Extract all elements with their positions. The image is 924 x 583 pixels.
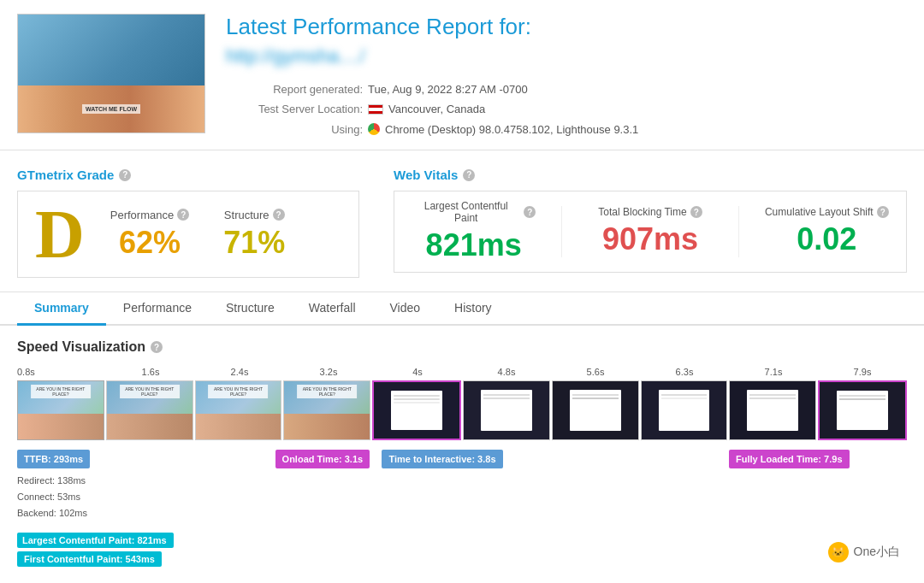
cls-value: 0.02 [797, 221, 856, 257]
filmstrip: ARE YOU IN THE RIGHT PLACE? ARE YOU IN T… [17, 380, 907, 440]
vitals-divider-1 [561, 206, 562, 257]
lcp-value: 821ms [426, 227, 522, 263]
watermark-icon: 🐱 [828, 542, 849, 562]
server-location: Vancouver, Canada [388, 99, 485, 119]
cls-metric: Cumulative Layout Shift ? 0.02 [765, 206, 889, 257]
tab-structure[interactable]: Structure [209, 292, 292, 326]
tbt-metric: Total Blocking Time ? 907ms [588, 206, 712, 257]
frame-10 [818, 380, 907, 440]
connect-detail: Connect: 53ms [17, 489, 907, 505]
ruler-5: 4.8s [462, 367, 551, 377]
page-title: Latest Performance Report for: [226, 14, 907, 40]
speed-viz-title: Speed Visualization ? [17, 339, 907, 355]
frame-7 [552, 380, 639, 440]
lcp-badge: Largest Contentful Paint: 821ms [17, 533, 174, 548]
content-section: Speed Visualization ? 0.8s 1.6s 2.4s 3.2… [0, 326, 924, 580]
tab-video[interactable]: Video [373, 292, 438, 326]
site-screenshot: WATCH ME FLOW ARE YOU IN THE RIGHT PLACE… [17, 14, 205, 133]
ruler-4: 4s [373, 367, 462, 377]
vitals-box: Largest Contentful Paint ? 821ms Total B… [394, 191, 907, 273]
tab-history[interactable]: History [437, 292, 509, 326]
tbt-label: Total Blocking Time ? [598, 206, 702, 218]
web-vitals-help-icon[interactable]: ? [463, 169, 475, 181]
frame-2: ARE YOU IN THE RIGHT PLACE? [106, 380, 193, 440]
lcp-help-icon[interactable]: ? [524, 206, 536, 218]
web-vitals-title: Web Vitals ? [394, 168, 907, 182]
grade-letter: D [35, 200, 85, 268]
lcp-label: Largest Contentful Paint ? [412, 200, 536, 224]
gtmetrix-title: GTmetrix Grade ? [17, 168, 359, 182]
ruler-8: 7.1s [729, 367, 818, 377]
ttfb-badge: TTFB: 293ms [17, 450, 90, 468]
performance-label: Performance ? [110, 209, 189, 221]
tbt-help-icon[interactable]: ? [690, 206, 702, 218]
timing-details: Redirect: 138ms Connect: 53ms Backend: 1… [17, 473, 907, 521]
meta-info: Report generated: Tue, Aug 9, 2022 8:27 … [226, 80, 907, 139]
tab-waterfall[interactable]: Waterfall [292, 292, 373, 326]
interactive-badge: Time to Interactive: 3.8s [382, 450, 502, 468]
gtmetrix-grade: GTmetrix Grade ? D Performance ? 62% Str… [17, 168, 359, 278]
ruler-7: 6.3s [640, 367, 729, 377]
backend-detail: Backend: 102ms [17, 505, 907, 521]
frame-4: ARE YOU IN THE RIGHT PLACE? [283, 380, 370, 440]
vitals-divider-2 [738, 206, 739, 257]
frame-9 [729, 380, 816, 440]
ruler-0: 0.8s [17, 367, 106, 377]
header-section: WATCH ME FLOW ARE YOU IN THE RIGHT PLACE… [0, 0, 924, 150]
using-label: Using: [226, 120, 363, 139]
tbt-value: 907ms [602, 221, 698, 257]
watermark: 🐱 One小白 [821, 539, 907, 566]
cls-help-icon[interactable]: ? [877, 206, 889, 218]
web-vitals: Web Vitals ? Largest Contentful Paint ? … [394, 168, 907, 278]
chrome-icon [368, 123, 380, 135]
cls-label: Cumulative Layout Shift ? [765, 206, 889, 218]
speed-viz-area: 0.8s 1.6s 2.4s 3.2s 4s 4.8s 5.6s 6.3s 7.… [17, 367, 907, 567]
redirect-detail: Redirect: 138ms [17, 473, 907, 489]
report-date: Tue, Aug 9, 2022 8:27 AM -0700 [368, 80, 528, 99]
report-label: Report generated: [226, 80, 363, 99]
flag-icon [368, 104, 383, 115]
structure-help-icon[interactable]: ? [273, 209, 285, 221]
loaded-badge: Fully Loaded Time: 7.9s [729, 450, 850, 468]
using-value: Chrome (Desktop) 98.0.4758.102, Lighthou… [385, 120, 638, 139]
performance-help-icon[interactable]: ? [177, 209, 189, 221]
paint-markers: First Contentful Paint: 543ms Largest Co… [17, 527, 907, 567]
frame-3: ARE YOU IN THE RIGHT PLACE? [195, 380, 282, 440]
grade-box: D Performance ? 62% Structure ? 71% [17, 191, 359, 278]
header-info: Latest Performance Report for: http://gy… [205, 14, 907, 139]
lcp-metric: Largest Contentful Paint ? 821ms [412, 200, 536, 263]
onload-badge: Onload Time: 3.1s [275, 450, 370, 468]
server-label: Test Server Location: [226, 99, 363, 119]
frame-1: ARE YOU IN THE RIGHT PLACE? [17, 380, 104, 440]
ruler-9: 7.9s [818, 367, 907, 377]
timeline-ruler: 0.8s 1.6s 2.4s 3.2s 4s 4.8s 5.6s 6.3s 7.… [17, 367, 907, 377]
site-url: http://gymsha..../ [226, 45, 907, 68]
frame-8 [641, 380, 728, 440]
frame-6 [463, 380, 550, 440]
gtmetrix-help-icon[interactable]: ? [119, 169, 131, 181]
performance-value: 62% [119, 225, 181, 261]
tabs-section: Summary Performance Structure Waterfall … [0, 292, 924, 326]
structure-label: Structure ? [224, 209, 285, 221]
structure-metric: Structure ? 71% [223, 209, 285, 261]
tab-performance[interactable]: Performance [106, 292, 209, 326]
ruler-6: 5.6s [551, 367, 640, 377]
ruler-2: 2.4s [195, 367, 284, 377]
watermark-text: One小白 [854, 545, 900, 560]
frame-5 [372, 380, 461, 440]
performance-metric: Performance ? 62% [110, 209, 189, 261]
tab-summary[interactable]: Summary [17, 292, 106, 326]
ruler-3: 3.2s [284, 367, 373, 377]
grades-section: GTmetrix Grade ? D Performance ? 62% Str… [0, 150, 924, 292]
fcp-badge: First Contentful Paint: 543ms [17, 551, 162, 567]
ruler-1: 1.6s [106, 367, 195, 377]
speed-viz-help-icon[interactable]: ? [151, 341, 163, 353]
grade-metrics: Performance ? 62% Structure ? 71% [110, 209, 285, 261]
structure-value: 71% [223, 225, 285, 261]
